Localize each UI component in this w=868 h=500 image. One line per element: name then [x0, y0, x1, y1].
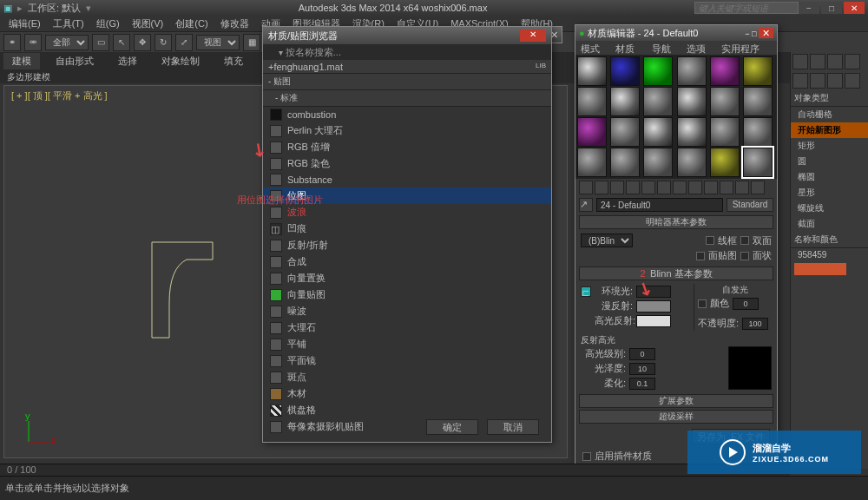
move-icon[interactable]: ✥ — [134, 34, 151, 51]
list-item[interactable]: 向量贴图 — [263, 286, 551, 303]
ok-button[interactable]: 确定 — [426, 419, 478, 435]
create-tab-icon[interactable] — [792, 54, 808, 69]
object-name-field[interactable]: 958459 — [791, 248, 868, 261]
browser-search-input[interactable]: ▾ 按名称搜索... — [263, 44, 551, 60]
mat-menu-util[interactable]: 实用程序(U) — [721, 43, 772, 53]
time-slider[interactable]: 0 / 100 — [0, 464, 790, 476]
mat-menu-mode[interactable]: 模式(D) — [581, 43, 612, 53]
list-item[interactable]: RGB 染色 — [263, 155, 551, 172]
mat-menu-material[interactable]: 材质(M) — [615, 43, 648, 53]
list-item[interactable]: 椭圆 — [791, 169, 868, 185]
cancel-button[interactable]: 取消 — [487, 419, 539, 435]
coord-system-dropdown[interactable]: 视图 — [196, 35, 240, 50]
show-end-icon[interactable] — [720, 181, 733, 194]
sample-slot[interactable] — [677, 148, 707, 177]
list-item[interactable]: Perlin 大理石 — [263, 122, 551, 139]
sample-slot[interactable] — [577, 117, 607, 147]
sample-slot[interactable] — [710, 148, 740, 177]
assign-icon[interactable] — [610, 181, 624, 194]
list-item[interactable]: RGB 倍增 — [263, 139, 551, 155]
list-item[interactable]: 棋盘格 — [263, 402, 551, 418]
browser-close-button[interactable]: ✕ — [520, 30, 546, 42]
tab-selection[interactable]: 选择 — [109, 53, 146, 69]
sample-slot[interactable] — [577, 56, 607, 86]
list-item[interactable]: 合成 — [263, 253, 551, 270]
category-standard[interactable]: - 标准 — [263, 90, 551, 107]
enable-plugin-checkbox[interactable] — [582, 452, 591, 461]
sample-slot[interactable] — [710, 56, 740, 86]
tab-populate[interactable]: 填充 — [215, 53, 252, 69]
link-icon[interactable]: ⚭ — [3, 34, 21, 51]
list-item[interactable]: 木材 — [263, 385, 551, 402]
arrow-icon[interactable]: ↖ — [113, 34, 130, 51]
menu-create[interactable]: 创建(C) — [170, 16, 213, 32]
list-item[interactable]: 斑点 — [263, 369, 551, 385]
browser-path[interactable]: +fenghuang1.matLIB — [263, 60, 551, 74]
sample-slot[interactable] — [643, 148, 673, 177]
category-maps[interactable]: - 贴图 — [263, 74, 551, 90]
select-icon[interactable]: ▭ — [92, 34, 109, 51]
mat-menu-options[interactable]: 选项(O) — [687, 43, 719, 53]
sample-slot[interactable] — [643, 117, 673, 147]
go-parent-icon[interactable] — [735, 181, 749, 194]
get-material-icon[interactable] — [579, 181, 593, 194]
tab-modeling[interactable]: 建模 — [3, 53, 40, 69]
mat-editor-title-bar[interactable]: ● 材质编辑器 - 24 - Default0 − □ ✕ — [575, 25, 777, 41]
list-item[interactable]: 圆 — [791, 154, 868, 169]
sample-slot[interactable] — [610, 87, 640, 116]
tab-freeform[interactable]: 自由形式 — [47, 53, 102, 69]
make-unique-icon[interactable] — [657, 181, 671, 194]
rollout-blinn-params[interactable]: 2 Blinn 基本参数 — [579, 266, 773, 280]
cameras-icon[interactable] — [845, 73, 860, 89]
list-item[interactable]: 平铺 — [263, 336, 551, 352]
sample-slot[interactable] — [743, 148, 773, 177]
modify-tab-icon[interactable] — [810, 54, 825, 69]
sample-slot[interactable] — [677, 117, 707, 147]
restore-button[interactable]: □ — [821, 2, 842, 14]
soften-spinner[interactable]: 0.1 — [629, 378, 655, 390]
make-copy-icon[interactable] — [641, 181, 655, 194]
geometry-icon[interactable] — [792, 73, 808, 89]
sample-slot[interactable] — [643, 87, 673, 116]
put-to-scene-icon[interactable] — [595, 181, 608, 194]
sample-slot[interactable] — [710, 87, 740, 116]
list-item[interactable]: 螺旋线 — [791, 201, 868, 216]
workspace-label[interactable]: 工作区: 默认 — [28, 2, 81, 15]
list-item[interactable]: 反射/折射 — [263, 237, 551, 253]
menu-modifiers[interactable]: 修改器 — [215, 16, 254, 32]
2sided-checkbox[interactable] — [740, 236, 749, 245]
sample-slot[interactable] — [743, 117, 773, 147]
list-item[interactable]: 截面 — [791, 216, 868, 232]
hierarchy-tab-icon[interactable] — [827, 54, 843, 69]
menu-edit[interactable]: 编辑(E) — [3, 16, 46, 32]
sample-slot[interactable] — [610, 148, 640, 177]
mat-menu-nav[interactable]: 导航(N) — [652, 43, 683, 53]
glossiness-spinner[interactable]: 10 — [629, 363, 655, 375]
browser-title-bar[interactable]: 材质/贴图浏览器 ✕ — [263, 27, 551, 44]
scale-icon[interactable]: ⤢ — [175, 34, 193, 51]
unlink-icon[interactable]: ⚮ — [24, 34, 42, 51]
material-id-icon[interactable] — [688, 181, 702, 194]
rollout-shader-params[interactable]: 明暗器基本参数 — [579, 215, 773, 229]
material-type-button[interactable]: Standard — [727, 198, 773, 212]
rollout-supersample[interactable]: 超级采样 — [579, 410, 773, 424]
selfillum-checkbox[interactable] — [698, 299, 707, 308]
pick-icon[interactable]: ↗ — [579, 198, 593, 212]
minimize-button[interactable]: − — [799, 2, 819, 14]
menu-tools[interactable]: 工具(T) — [48, 16, 89, 32]
sample-slot[interactable] — [610, 56, 640, 86]
sample-slot[interactable] — [743, 56, 773, 86]
sample-slot[interactable] — [643, 56, 673, 86]
sample-slot[interactable] — [677, 87, 707, 116]
wire-checkbox[interactable] — [706, 236, 714, 245]
tab-objpaint[interactable]: 对象绘制 — [153, 53, 208, 69]
close-button[interactable]: ✕ — [844, 2, 865, 14]
list-item[interactable]: 大理石 — [263, 319, 551, 336]
list-item[interactable]: 向量置换 — [263, 270, 551, 286]
menu-group[interactable]: 组(G) — [91, 16, 125, 32]
material-name-input[interactable] — [596, 198, 723, 212]
sample-slot[interactable] — [610, 117, 640, 147]
list-item[interactable]: ◫凹痕 — [263, 220, 551, 237]
sample-slot[interactable] — [577, 87, 607, 116]
put-to-lib-icon[interactable] — [673, 181, 687, 194]
